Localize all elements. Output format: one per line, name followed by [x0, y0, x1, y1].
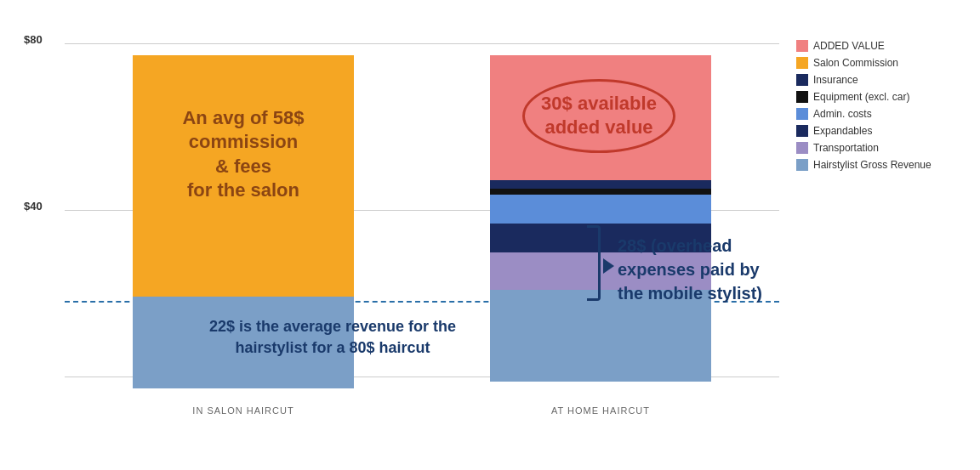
y-label-40: $40	[24, 200, 43, 212]
chart-container: $80 $40 An avg of 58$commission& feesfor…	[22, 14, 958, 456]
legend-label-insurance: Insurance	[813, 74, 858, 86]
legend-label-commission: Salon Commission	[813, 57, 898, 69]
legend-item-gross-revenue: Hairstylist Gross Revenue	[796, 159, 958, 171]
chart-area: $80 $40 An avg of 58$commission& feesfor…	[22, 14, 788, 456]
legend-label-transportation: Transportation	[813, 142, 879, 154]
legend-item-commission: Salon Commission	[796, 57, 958, 69]
legend-label-added-value: ADDED VALUE	[813, 40, 885, 52]
annotation-salon-text: An avg of 58$commission& feesfor the sal…	[150, 106, 337, 203]
legend-color-equipment	[796, 91, 808, 103]
y-label-80: $80	[24, 33, 43, 46]
legend-item-added-value: ADDED VALUE	[796, 40, 958, 52]
legend-color-gross-revenue	[796, 159, 808, 171]
overhead-bracket	[587, 225, 601, 301]
annotation-bottom-text: 22$ is the average revenue for thehairst…	[82, 316, 584, 359]
bracket-arrow	[603, 258, 614, 274]
legend-color-transportation	[796, 142, 808, 154]
segment-admin	[490, 195, 711, 224]
bar-label-athome: AT HOME HAIRCUT	[490, 405, 711, 416]
legend: ADDED VALUE Salon Commission Insurance E…	[788, 14, 958, 171]
legend-color-expandables	[796, 125, 808, 137]
legend-label-equipment: Equipment (excl. car)	[813, 91, 909, 103]
legend-color-admin	[796, 108, 808, 120]
legend-color-commission	[796, 57, 808, 69]
legend-label-gross-revenue: Hairstylist Gross Revenue	[813, 159, 932, 171]
legend-item-transportation: Transportation	[796, 142, 958, 154]
legend-item-admin: Admin. costs	[796, 108, 958, 120]
legend-color-insurance	[796, 74, 808, 86]
legend-item-expandables: Expandables	[796, 125, 958, 137]
legend-item-insurance: Insurance	[796, 74, 958, 86]
legend-label-admin: Admin. costs	[813, 108, 872, 120]
legend-item-equipment: Equipment (excl. car)	[796, 91, 958, 103]
annotation-added-value-text: 30$ availableadded value	[522, 79, 675, 153]
segment-insurance	[490, 180, 711, 189]
bar-label-salon: IN SALON HAIRCUT	[133, 405, 354, 416]
annotation-overhead-text: 28$ (overheadexpenses paid bythe mobile …	[618, 234, 771, 305]
segment-equipment	[490, 189, 711, 195]
legend-label-expandables: Expandables	[813, 125, 872, 137]
legend-color-added-value	[796, 40, 808, 52]
